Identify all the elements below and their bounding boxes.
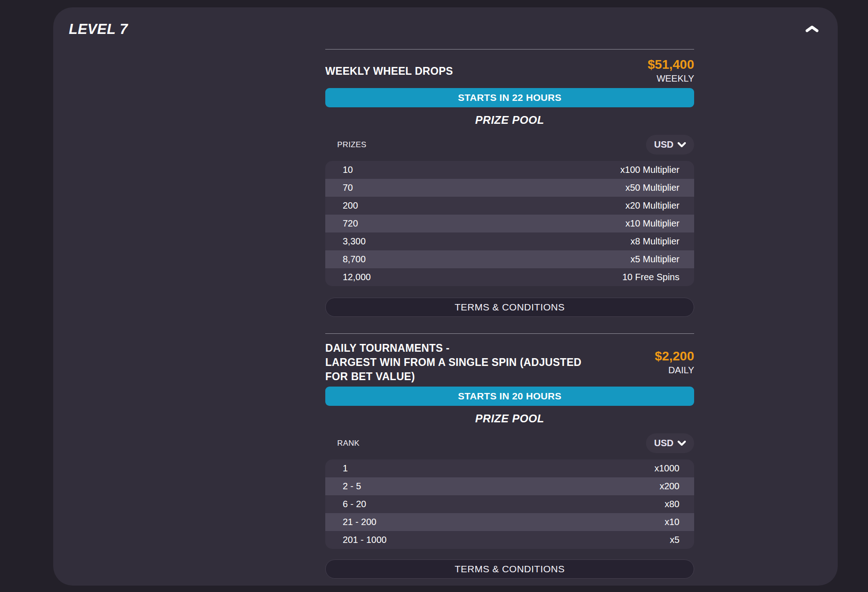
- chevron-down-icon: [678, 441, 686, 446]
- table-row: 720 x10 Multiplier: [325, 215, 694, 232]
- daily-terms-button[interactable]: TERMS & CONDITIONS: [325, 559, 694, 579]
- daily-title-line2: LARGEST WIN FROM A SINGLE SPIN (ADJUSTED…: [325, 355, 582, 384]
- weekly-section-title: WEEKLY WHEEL DROPS: [325, 64, 453, 78]
- daily-table-controls: RANK USD: [325, 433, 694, 453]
- currency-value: USD: [654, 139, 673, 150]
- table-row: 8,700 x5 Multiplier: [325, 250, 694, 268]
- tournaments-content: WEEKLY WHEEL DROPS $51,400 WEEKLY STARTS…: [325, 7, 694, 579]
- weekly-prize-table: 10 x100 Multiplier 70 x50 Multiplier 200…: [325, 161, 694, 286]
- row-value: x8 Multiplier: [630, 236, 679, 247]
- table-row: 1 x1000: [325, 459, 694, 477]
- table-row: 70 x50 Multiplier: [325, 179, 694, 197]
- table-row: 6 - 20 x80: [325, 495, 694, 513]
- table-row: 10 x100 Multiplier: [325, 161, 694, 179]
- section-divider: [325, 49, 694, 50]
- row-label: 200: [343, 200, 358, 211]
- row-value: x20 Multiplier: [625, 200, 679, 211]
- table-row: 200 x20 Multiplier: [325, 197, 694, 215]
- weekly-section-header: WEEKLY WHEEL DROPS $51,400 WEEKLY: [325, 57, 694, 85]
- daily-section-title: DAILY TOURNAMENTS - LARGEST WIN FROM A S…: [325, 341, 582, 384]
- daily-starts-in-button[interactable]: STARTS IN 20 HOURS: [325, 387, 694, 406]
- row-label: 3,300: [343, 236, 366, 247]
- weekly-table-controls: PRIZES USD: [325, 135, 694, 155]
- daily-prize-summary: $2,200 DAILY: [655, 349, 694, 376]
- row-value: x10 Multiplier: [625, 218, 679, 229]
- daily-prize-period: DAILY: [655, 364, 694, 376]
- weekly-prize-pool-heading: PRIZE POOL: [325, 114, 694, 127]
- weekly-prize-period: WEEKLY: [648, 72, 694, 85]
- level-title: LEVEL 7: [69, 21, 128, 38]
- chevron-down-icon: [678, 142, 686, 147]
- row-label: 10: [343, 165, 353, 175]
- weekly-prize-summary: $51,400 WEEKLY: [648, 57, 694, 85]
- daily-section-header: DAILY TOURNAMENTS - LARGEST WIN FROM A S…: [325, 341, 694, 384]
- table-row: 3,300 x8 Multiplier: [325, 232, 694, 250]
- row-value: x5 Multiplier: [630, 254, 679, 265]
- row-value: x80: [665, 499, 679, 509]
- level-card: LEVEL 7 WEEKLY WHEEL DROPS $51,400 WEEKL…: [53, 7, 838, 586]
- row-value: x100 Multiplier: [620, 165, 679, 175]
- weekly-prize-amount: $51,400: [648, 57, 694, 72]
- row-value: x200: [660, 481, 679, 492]
- row-label: 720: [343, 218, 358, 229]
- weekly-column-label: PRIZES: [337, 140, 367, 149]
- weekly-starts-in-button[interactable]: STARTS IN 22 HOURS: [325, 88, 694, 107]
- daily-currency-select[interactable]: USD: [646, 433, 694, 453]
- daily-title-line1: DAILY TOURNAMENTS -: [325, 341, 582, 355]
- daily-prize-amount: $2,200: [655, 349, 694, 364]
- daily-prize-table: 1 x1000 2 - 5 x200 6 - 20 x80 21 - 200 x…: [325, 459, 694, 549]
- row-label: 1: [343, 463, 348, 474]
- row-value: 10 Free Spins: [622, 272, 679, 282]
- section-divider: [325, 333, 694, 334]
- row-label: 21 - 200: [343, 517, 376, 527]
- table-row: 21 - 200 x10: [325, 513, 694, 531]
- page-background: LEVEL 7 WEEKLY WHEEL DROPS $51,400 WEEKL…: [0, 0, 868, 592]
- row-label: 201 - 1000: [343, 535, 387, 545]
- row-value: x5: [670, 535, 679, 545]
- weekly-terms-button[interactable]: TERMS & CONDITIONS: [325, 298, 694, 317]
- row-value: x1000: [655, 463, 680, 474]
- row-label: 2 - 5: [343, 481, 361, 492]
- chevron-up-icon: [806, 25, 818, 33]
- row-value: x10: [665, 517, 679, 527]
- row-label: 70: [343, 183, 353, 193]
- row-value: x50 Multiplier: [625, 183, 679, 193]
- daily-prize-pool-heading: PRIZE POOL: [325, 412, 694, 425]
- weekly-currency-select[interactable]: USD: [646, 135, 694, 155]
- currency-value: USD: [654, 438, 673, 448]
- table-row: 201 - 1000 x5: [325, 531, 694, 549]
- row-label: 12,000: [343, 272, 371, 282]
- daily-column-label: RANK: [337, 439, 360, 448]
- table-row: 2 - 5 x200: [325, 477, 694, 495]
- row-label: 6 - 20: [343, 499, 366, 509]
- row-label: 8,700: [343, 254, 366, 265]
- collapse-button[interactable]: [803, 21, 821, 37]
- table-row: 12,000 10 Free Spins: [325, 268, 694, 286]
